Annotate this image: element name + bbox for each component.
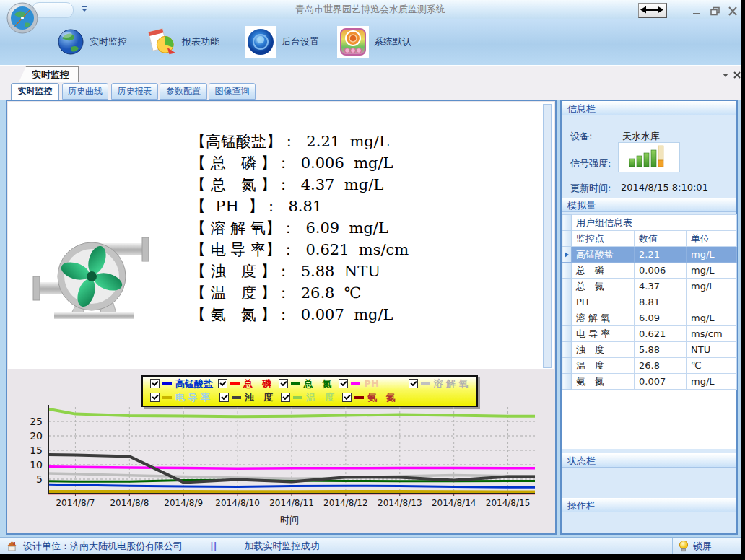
designer-text: 设计单位：济南大陆机电股份有限公司 (23, 540, 183, 553)
app-window: 青岛市世界园艺博览会水质监测系统 (0, 0, 741, 554)
cell-point: 电 导 率 (572, 326, 635, 342)
row-gutter (562, 326, 572, 342)
row-gutter (562, 374, 572, 390)
legend-label: 溶 解 氧 (434, 377, 469, 390)
lock-screen-button[interactable]: 锁屏 (672, 538, 741, 554)
table-row-0[interactable]: 高锰酸盐2.21mg/L (562, 247, 737, 263)
signal-bars-icon (619, 143, 678, 170)
operation-section-header: 操作栏 (562, 498, 736, 512)
legend-checkbox[interactable] (409, 379, 418, 388)
reading-line-0: 【高锰酸盐】： 2.21 mg/L (191, 131, 409, 152)
quick-access-dropdown-icon[interactable] (82, 6, 87, 13)
subtab-2[interactable]: 历史报表 (111, 83, 158, 100)
tab-close-icon[interactable] (732, 69, 742, 79)
series-PH (48, 467, 535, 468)
chart-legend: 高锰酸盐总 磷总 氮PH溶 解 氧电 导 率浊 度温 度氨 氮 (141, 375, 478, 407)
table-group-header-row: 用户组信息表 (562, 215, 737, 231)
signal-label: 信号强度: (570, 157, 611, 170)
reading-line-8: 【 氨 氮 】： 0.007 mg/L (191, 304, 409, 325)
legend-item-1-1: 浊 度 (219, 391, 281, 404)
legend-item-0-4: 溶 解 氧 (409, 377, 476, 390)
bulb-icon (679, 540, 689, 553)
compass-app-icon[interactable] (6, 1, 39, 35)
status-bar: 设计单位：济南大陆机电股份有限公司 || 加载实时监控成功 锁屏 (0, 537, 741, 554)
cell-point: 总 磷 (572, 263, 635, 279)
subtab-3[interactable]: 参数配置 (160, 83, 207, 100)
legend-line-swatch (291, 382, 300, 385)
legend-item-1-2: 温 度 (281, 391, 342, 404)
table-row-8[interactable]: 氨 氮0.007mg/L (562, 374, 737, 390)
table-row-2[interactable]: 总 氮4.37mg/L (562, 279, 737, 294)
cell-unit: ℃ (687, 358, 737, 374)
legend-label: 总 氮 (304, 377, 332, 390)
table-row-7[interactable]: 温 度26.8℃ (562, 358, 737, 374)
legend-checkbox[interactable] (218, 379, 227, 388)
legend-line-swatch (293, 396, 302, 399)
title-bar: 青岛市世界园艺博览会水质监测系统 (0, 0, 741, 19)
legend-checkbox[interactable] (281, 393, 290, 402)
device-label: 设备: (570, 130, 592, 143)
sub-tab-bar: 实时监控历史曲线历史报表参数配置图像查询 (0, 82, 741, 100)
table-row-5[interactable]: 电 导 率0.621ms/cm (562, 326, 737, 342)
minimize-button[interactable] (690, 5, 703, 14)
update-time-value: 2014/8/15 8:10:01 (621, 182, 708, 193)
reading-line-1: 【 总 磷 】： 0.006 mg/L (191, 152, 409, 174)
subtab-4[interactable]: 图像查询 (209, 83, 256, 100)
vertical-scrollbar[interactable] (543, 104, 552, 368)
legend-checkbox[interactable] (219, 393, 229, 402)
toolbar-default-button[interactable]: 系统默认 (334, 22, 415, 61)
resize-button[interactable] (638, 3, 667, 18)
x-tick-label: 2014/8/15 (486, 498, 531, 508)
close-button[interactable] (726, 5, 739, 14)
row-gutter (562, 294, 572, 310)
legend-checkbox[interactable] (150, 379, 160, 388)
close-icon (726, 6, 739, 16)
toolbar-realtime-button[interactable]: 实时监控 (53, 22, 131, 61)
check-icon (152, 393, 158, 400)
y-tick-label: 25 (30, 416, 43, 427)
y-tick-label: 15 (30, 445, 43, 456)
legend-label: 浊 度 (245, 391, 273, 404)
legend-label: 温 度 (306, 391, 334, 404)
window-tab-realtime[interactable]: 实时监控 (19, 66, 79, 82)
toolbar-report-button[interactable]: 报表功能 (143, 22, 223, 61)
legend-label: PH (364, 378, 378, 389)
legend-checkbox[interactable] (279, 379, 288, 388)
legend-line-swatch (230, 382, 240, 385)
cell-unit: ms/cm (687, 326, 737, 342)
legend-checkbox[interactable] (342, 393, 352, 402)
tab-list-dropdown-icon[interactable] (720, 69, 731, 79)
legend-checkbox[interactable] (339, 379, 348, 388)
table-row-4[interactable]: 溶 解 氧6.09mg/L (562, 310, 737, 326)
subtab-0[interactable]: 实时监控 (11, 83, 59, 100)
table-row-3[interactable]: PH8.81 (562, 294, 737, 310)
legend-line-swatch (421, 382, 430, 385)
legend-label: 总 磷 (243, 377, 271, 390)
sidebar: 信息栏 设备: 天水水库 信号强度: 更新时间: 2014/8/15 8:10:… (560, 100, 738, 535)
legend-checkbox[interactable] (150, 393, 160, 402)
row-gutter (562, 279, 572, 294)
subtab-1[interactable]: 历史曲线 (62, 83, 108, 100)
cell-point: 总 氮 (572, 279, 635, 294)
cell-value: 2.21 (635, 247, 687, 263)
legend-label: 高锰酸盐 (175, 377, 213, 390)
reading-line-3: 【 PH 】： 8.81 (191, 196, 409, 217)
cell-unit: mg/L (687, 279, 737, 294)
legend-item-0-3: PH (339, 378, 408, 389)
cell-point: PH (572, 294, 635, 310)
toolbar-settings-button[interactable]: 后台设置 (241, 22, 323, 61)
legend-label: 氨 氮 (367, 391, 396, 404)
x-tick-label: 2014/8/10 (215, 498, 260, 508)
status-separator: || (210, 541, 217, 551)
x-tick-label: 2014/8/13 (378, 498, 422, 508)
ribbon-toolbar: 实时监控 报表功能 后 (0, 19, 741, 66)
settings-disc-icon (245, 26, 276, 58)
legend-item-1-3: 氨 氮 (342, 391, 413, 404)
row-gutter (562, 310, 572, 326)
restore-button[interactable] (709, 5, 722, 14)
table-row-1[interactable]: 总 磷0.006mg/L (562, 263, 737, 279)
legend-label: 电 导 率 (175, 391, 210, 404)
table-row-6[interactable]: 浊 度5.88NTU (562, 342, 737, 358)
chart-zone: 高锰酸盐总 磷总 氮PH溶 解 氧电 导 率浊 度温 度氨 氮 51015202… (8, 369, 554, 533)
cell-value: 26.8 (635, 358, 687, 374)
